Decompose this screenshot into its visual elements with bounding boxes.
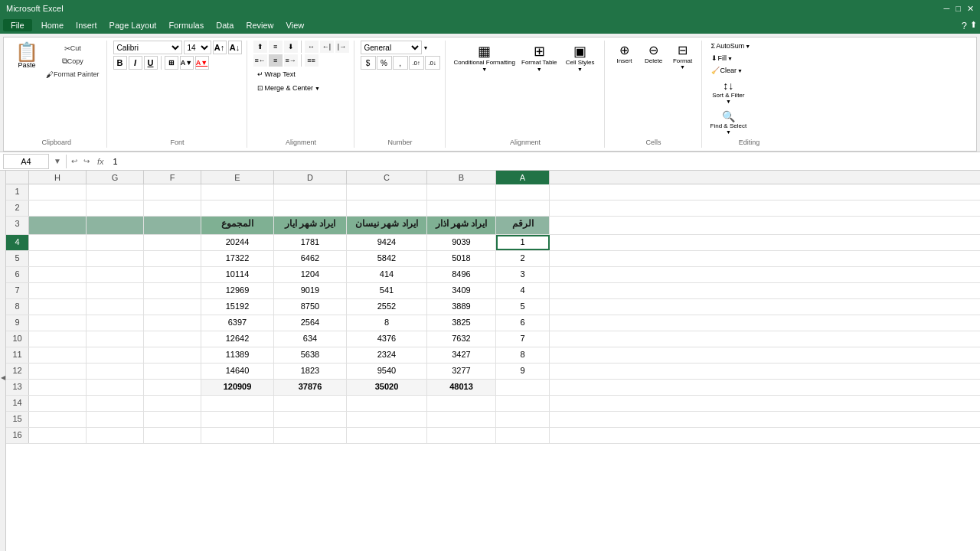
autosum-dropdown-icon[interactable]: ▼ <box>745 44 750 49</box>
cell-F8[interactable] <box>144 299 201 315</box>
row-number-7[interactable]: 7 <box>6 283 29 298</box>
cell-C9[interactable]: 8 <box>347 315 427 331</box>
bottom-align-button[interactable]: ⬇ <box>284 41 298 53</box>
cell-A15[interactable] <box>496 412 550 427</box>
format-painter-button[interactable]: 🖌 Format Painter <box>44 68 102 80</box>
insert-button[interactable]: ⊕ Insert <box>611 41 639 67</box>
text-direction-button[interactable]: ↔ <box>305 41 318 53</box>
close-icon[interactable]: ✕ <box>967 4 974 14</box>
cell-E9[interactable]: 6397 <box>201 315 274 331</box>
find-dropdown-icon[interactable]: ▼ <box>726 129 731 135</box>
cell-A11[interactable]: 8 <box>496 347 550 363</box>
cell-E4[interactable]: 20244 <box>201 235 274 250</box>
cell-C1[interactable] <box>347 184 427 200</box>
cell-E13[interactable]: 120909 <box>201 380 274 395</box>
cell-F11[interactable] <box>144 347 201 363</box>
cell-B8[interactable]: 3889 <box>427 299 496 315</box>
italic-button[interactable]: I <box>129 56 142 70</box>
currency-button[interactable]: $ <box>361 56 376 70</box>
row-number-13[interactable]: 13 <box>6 380 29 395</box>
cell-G5[interactable] <box>87 251 144 266</box>
cell-G2[interactable] <box>87 201 144 216</box>
ft-dropdown-icon[interactable]: ▼ <box>537 67 542 72</box>
cell-F15[interactable] <box>144 412 201 427</box>
cell-E16[interactable] <box>201 428 274 443</box>
cell-H5[interactable] <box>29 251 87 266</box>
col-header-E[interactable]: E <box>201 171 274 184</box>
cell-G11[interactable] <box>87 347 144 363</box>
menu-home[interactable]: Home <box>35 19 70 31</box>
cell-H10[interactable] <box>29 331 87 347</box>
top-align-button[interactable]: ⬆ <box>253 41 267 53</box>
cell-H13[interactable] <box>29 380 87 395</box>
conditional-formatting-button[interactable]: ▦ Conditional Formatting ▼ <box>452 41 518 74</box>
cell-D14[interactable] <box>274 396 347 411</box>
file-tab[interactable]: File <box>3 19 32 31</box>
cell-H7[interactable] <box>29 283 87 298</box>
comma-button[interactable]: , <box>393 56 408 70</box>
col-header-H[interactable]: H <box>29 171 87 184</box>
cell-F10[interactable] <box>144 331 201 347</box>
number-format-select[interactable]: General <box>361 41 422 54</box>
cell-A4[interactable]: 1 <box>496 235 550 250</box>
cell-F14[interactable] <box>144 396 201 411</box>
font-name-select[interactable]: Calibri <box>113 41 182 54</box>
cell-F3[interactable] <box>144 217 201 234</box>
cell-C2[interactable] <box>347 201 427 216</box>
menu-insert[interactable]: Insert <box>70 19 103 31</box>
cell-H2[interactable] <box>29 201 87 216</box>
cell-C11[interactable]: 2324 <box>347 347 427 363</box>
cell-H1[interactable] <box>29 184 87 200</box>
font-color-button[interactable]: A▼ <box>195 56 209 70</box>
cell-E1[interactable] <box>201 184 274 200</box>
cell-A1[interactable] <box>496 184 550 200</box>
cell-G6[interactable] <box>87 267 144 282</box>
cell-A16[interactable] <box>496 428 550 443</box>
cell-A12[interactable]: 9 <box>496 364 550 379</box>
menu-view[interactable]: View <box>280 19 311 31</box>
wrap-text-button[interactable]: ↵ Wrap Text <box>253 68 299 80</box>
cell-H11[interactable] <box>29 347 87 363</box>
font-size-select[interactable]: 14 <box>184 41 211 54</box>
cell-D11[interactable]: 5638 <box>274 347 347 363</box>
cell-A2[interactable] <box>496 201 550 216</box>
cell-H8[interactable] <box>29 299 87 315</box>
formula-bar-forward[interactable]: ↪ <box>82 157 91 165</box>
cell-C4[interactable]: 9424 <box>347 235 427 250</box>
cell-F16[interactable] <box>144 428 201 443</box>
row-number-15[interactable]: 15 <box>6 412 29 427</box>
cell-E8[interactable]: 15192 <box>201 299 274 315</box>
merge-center-button[interactable]: ⊡ Merge & Center ▼ <box>253 82 324 94</box>
menu-page-layout[interactable]: Page Layout <box>103 19 163 31</box>
fill-dropdown-icon[interactable]: ▼ <box>727 56 733 61</box>
cell-G8[interactable] <box>87 299 144 315</box>
cell-G16[interactable] <box>87 428 144 443</box>
help-icon[interactable]: ? <box>962 20 967 31</box>
cell-F13[interactable] <box>144 380 201 395</box>
cell-D8[interactable]: 8750 <box>274 299 347 315</box>
cell-A14[interactable] <box>496 396 550 411</box>
col-header-A[interactable]: A <box>496 171 550 184</box>
cell-B13[interactable]: 48013 <box>427 380 496 395</box>
cell-F1[interactable] <box>144 184 201 200</box>
cell-B5[interactable]: 5018 <box>427 251 496 266</box>
cell-E11[interactable]: 11389 <box>201 347 274 363</box>
cell-G4[interactable] <box>87 235 144 250</box>
menu-review[interactable]: Review <box>240 19 279 31</box>
cell-G1[interactable] <box>87 184 144 200</box>
cell-C14[interactable] <box>347 396 427 411</box>
cell-B11[interactable]: 3427 <box>427 347 496 363</box>
cell-B4[interactable]: 9039 <box>427 235 496 250</box>
number-format-dropdown-icon[interactable]: ▼ <box>423 45 429 51</box>
cell-C7[interactable]: 541 <box>347 283 427 298</box>
formula-bar-back[interactable]: ↩ <box>70 157 79 165</box>
row-number-6[interactable]: 6 <box>6 267 29 282</box>
cell-D10[interactable]: 634 <box>274 331 347 347</box>
cell-E15[interactable] <box>201 412 274 427</box>
left-panel[interactable]: ◀ <box>0 171 6 551</box>
cell-D13[interactable]: 37876 <box>274 380 347 395</box>
cell-G12[interactable] <box>87 364 144 379</box>
cell-F9[interactable] <box>144 315 201 331</box>
minimize-icon[interactable]: ─ <box>944 4 950 14</box>
cell-G7[interactable] <box>87 283 144 298</box>
